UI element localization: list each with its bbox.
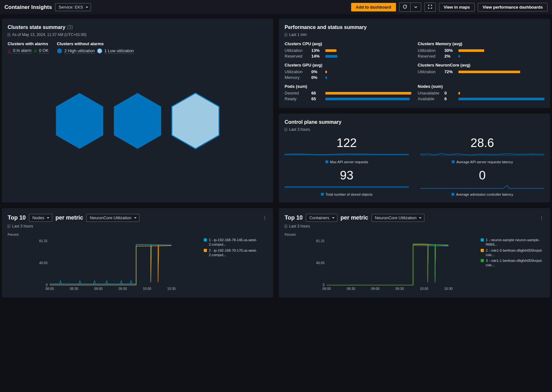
cp-spark-1 (420, 152, 544, 157)
mem-res-bar (458, 55, 460, 58)
clusters-state-card: Clusters state summary (3) As of May 13,… (2, 19, 273, 202)
mem-util-label: Utilization (418, 48, 441, 53)
fullscreen-button[interactable] (424, 3, 436, 12)
nodes-unavail-label: Unavailable (418, 91, 441, 95)
with-alarms-label: Clusters with alarms (8, 41, 48, 46)
clusters-state-title-text: Clusters state summary (8, 24, 65, 30)
perf-gpu-title: Clusters GPU (avg) (285, 63, 411, 67)
legend-text: 1 - neuron-sample neuron-sample-f48b5... (486, 238, 544, 247)
high-util-text[interactable]: 2 High utilization (64, 48, 95, 54)
add-to-dashboard-button[interactable]: Add to dashboard (351, 3, 396, 11)
service-select[interactable]: Service: EKS (55, 3, 91, 11)
legend-item[interactable]: 2 - ip-192-168-70-170.us-west-2.comput..… (204, 248, 267, 257)
control-plane-time: Last 3 hours (285, 127, 544, 132)
legend-text: 3 - role1-1 berttrain-d9gfxh055hxjsd-rol… (486, 258, 544, 268)
cluster-hex-2[interactable] (112, 92, 163, 150)
svg-text:08:00: 08:00 (322, 287, 331, 290)
cp-label-2: Total number of stored objects (326, 192, 372, 196)
cpu-res-label: Reserved (285, 54, 308, 59)
gpu-mem-bar (325, 76, 327, 79)
view-in-maps-button[interactable]: View in maps (439, 3, 475, 11)
cp-spark-3 (420, 184, 544, 189)
top-nodes-head: Top 10 Nodes per metric NeuronCore Utili… (8, 214, 267, 222)
in-alarm-text[interactable]: 0 In alarm (13, 48, 32, 53)
legend-swatch-icon (481, 259, 484, 262)
gpu-util-bar (325, 71, 327, 73)
cluster-hex-3[interactable] (170, 92, 221, 150)
top-containers-card: Top 10 Containers per metric NeuronCore … (279, 208, 550, 298)
clusters-state-title: Clusters state summary (3) (8, 24, 267, 30)
top-nodes-legend: 1 - ip-192-168-78-145.us-west-2.comput..… (204, 238, 267, 292)
top-nodes-metric-select[interactable]: NeuronCore Utilization (86, 214, 139, 222)
cp-value-2: 93 (285, 169, 409, 182)
util-stats: 2 High utilization 1 Low utilization (57, 48, 134, 54)
mem-util-bar (458, 49, 484, 52)
top-containers-head: Top 10 Containers per metric NeuronCore … (285, 214, 544, 222)
clusters-state-count: (3) (67, 24, 73, 30)
refresh-button[interactable] (399, 3, 410, 12)
calendar-icon (8, 32, 10, 37)
square-icon (321, 193, 324, 196)
legend-text: 2 - ip-192-168-70-170.us-west-2.comput..… (209, 248, 267, 257)
cp-spark-0 (285, 152, 409, 157)
perf-title: Performance and status summary (285, 24, 544, 30)
cp-value-0: 122 (285, 136, 409, 150)
top-containers-metric-select[interactable]: NeuronCore Utilization (372, 214, 425, 222)
cp-label-1: Average API server requests latency (456, 160, 513, 164)
perf-nodes: Nodes (sum) Unavailable0 Available6 (418, 84, 544, 102)
svg-text:40.65: 40.65 (39, 261, 48, 265)
top-nodes-more-button[interactable]: ⋮ (263, 215, 267, 220)
clusters-state-time: As of May 13, 2024, 11:37 AM (UTC+01:00) (8, 32, 267, 37)
page-title: Container Insights (4, 4, 52, 10)
nodes-unavail-val: 0 (444, 91, 455, 95)
refresh-options-button[interactable] (410, 3, 421, 12)
top-containers-dim-select[interactable]: Containers (306, 214, 337, 222)
legend-swatch-icon (204, 238, 207, 242)
svg-text:10:00: 10:00 (143, 287, 152, 290)
without-alarms-label: Clusters without alarms (57, 41, 134, 46)
control-plane-grid: 122 Max API server requests 28.6 Average… (285, 136, 544, 197)
top-containers-per-label: per metric (341, 214, 368, 221)
view-perf-dashboards-button[interactable]: View performance dashboards (478, 3, 548, 11)
legend-item[interactable]: 3 - role1-1 berttrain-d9gfxh055hxjsd-rol… (481, 258, 544, 268)
legend-item[interactable]: 1 - neuron-sample neuron-sample-f48b5... (481, 238, 544, 247)
refresh-icon (403, 4, 407, 9)
cp-metric-1: 28.6 Average API server requests latency (420, 136, 544, 164)
perf-cpu-title: Clusters CPU (avg) (285, 41, 411, 46)
cluster-hex-1[interactable] (54, 92, 105, 150)
nc-util-val: 72% (444, 69, 455, 74)
legend-text: 1 - ip-192-168-78-145.us-west-2.comput..… (209, 238, 267, 247)
top-containers-chart[interactable]: 040.6581.3108:0008:3009:0009:3010:0010:3… (285, 238, 477, 292)
mem-res-label: Reserved (418, 54, 441, 59)
fullscreen-icon (428, 4, 432, 9)
mem-util-val: 30% (444, 48, 455, 53)
gpu-util-label: Utilization (285, 69, 308, 74)
top-nodes-time: Last 3 hours (8, 224, 267, 228)
nodes-avail-label: Available (418, 96, 441, 101)
control-plane-title: Control plane summary (285, 119, 544, 125)
refresh-group (399, 3, 421, 12)
top-nodes-chart[interactable]: 040.6581.3108:0008:3009:0009:3010:0010:3… (8, 238, 200, 292)
without-alarms-col: Clusters without alarms 2 High utilizati… (57, 41, 134, 54)
legend-item[interactable]: 1 - ip-192-168-78-145.us-west-2.comput..… (204, 238, 267, 247)
top-nodes-body: 040.6581.3108:0008:3009:0009:3010:0010:3… (8, 238, 267, 292)
svg-marker-4 (172, 93, 219, 149)
cp-value-1: 28.6 (420, 136, 544, 150)
svg-marker-0 (57, 48, 62, 53)
svg-text:08:30: 08:30 (347, 287, 355, 290)
top-containers-more-button[interactable]: ⋮ (540, 215, 544, 220)
perf-gpu: Clusters GPU (avg) Utilization0% Memory0… (285, 63, 411, 81)
legend-item[interactable]: 2 - role1-0 berttrain-d9gfxh055hxjsd-rol… (481, 248, 544, 257)
svg-marker-1 (97, 48, 102, 53)
svg-text:0: 0 (323, 283, 325, 287)
perf-nc-title: Clusters NeuronCore (avg) (418, 63, 544, 67)
mem-res-val: 2% (444, 54, 455, 59)
nodes-avail-bar (458, 98, 544, 100)
top-nodes-dim-select[interactable]: Nodes (29, 214, 53, 222)
ok-text[interactable]: 0 OK (39, 48, 49, 53)
perf-summary-card: Performance and status summary Last 1 mi… (279, 19, 550, 108)
calendar-icon (285, 127, 287, 132)
cpu-util-val: 13% (311, 48, 322, 53)
svg-text:09:30: 09:30 (118, 287, 127, 290)
low-util-text[interactable]: 1 Low utilization (104, 48, 134, 54)
